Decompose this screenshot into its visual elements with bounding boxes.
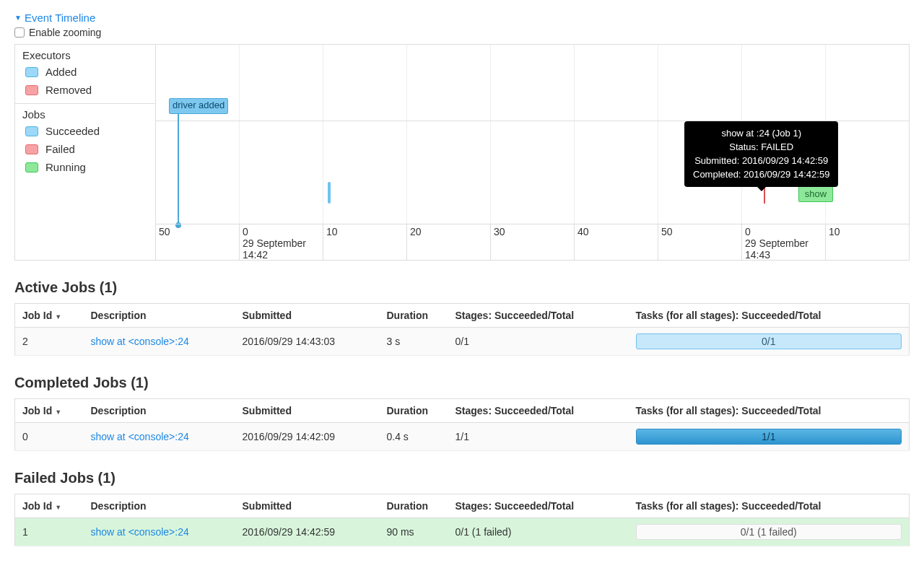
- cell-job-id: 0: [15, 423, 84, 451]
- task-progress: 0/1 (1 failed): [636, 524, 902, 540]
- timeline-axis: 50 029 September 14:42 10 20 30 40 50 02…: [156, 224, 909, 260]
- executor-tail: [178, 114, 179, 225]
- swatch-running-icon: [25, 162, 38, 172]
- th-stages[interactable]: Stages: Succeeded/Total: [448, 494, 629, 518]
- th-stages[interactable]: Stages: Succeeded/Total: [448, 399, 629, 423]
- legend-jobs: Jobs Succeeded Failed Running: [15, 103, 155, 260]
- executor-bar-driver-added[interactable]: driver added: [169, 98, 228, 114]
- th-description[interactable]: Description: [84, 304, 235, 328]
- tick-label: 30: [494, 226, 571, 237]
- legend-jobs-title: Jobs: [22, 108, 148, 121]
- job-tooltip: show at :24 (Job 1) Status: FAILED Submi…: [684, 121, 838, 187]
- tooltip-line1: show at :24 (Job 1): [693, 127, 829, 141]
- cell-duration: 90 ms: [380, 518, 448, 546]
- cell-submitted: 2016/09/29 14:42:09: [235, 423, 380, 451]
- th-submitted[interactable]: Submitted: [235, 304, 380, 328]
- tooltip-line4: Completed: 2016/09/29 14:42:59: [693, 168, 829, 182]
- caret-down-icon: ▼: [14, 14, 22, 22]
- th-tasks[interactable]: Tasks (for all stages): Succeeded/Total: [629, 304, 910, 328]
- job-description-link[interactable]: show at <console>:24: [91, 431, 189, 442]
- task-progress-label: 0/1: [762, 336, 775, 347]
- tick-label: 40: [578, 226, 655, 237]
- enable-zooming-row: Enable zooming: [14, 27, 910, 38]
- th-job-id[interactable]: Job Id▼: [15, 304, 84, 328]
- table-row: 0 show at <console>:24 2016/09/29 14:42:…: [15, 423, 910, 451]
- active-jobs-heading: Active Jobs (1): [14, 279, 910, 296]
- th-stages[interactable]: Stages: Succeeded/Total: [448, 304, 629, 328]
- legend-added-label: Added: [45, 66, 77, 78]
- event-timeline-label: Event Timeline: [25, 12, 95, 24]
- cell-stages: 0/1: [448, 328, 629, 356]
- cell-stages: 0/1 (1 failed): [448, 518, 629, 546]
- event-timeline-toggle[interactable]: ▼ Event Timeline: [14, 12, 910, 24]
- legend-removed: Removed: [22, 81, 148, 99]
- executor-bar-label: driver added: [173, 100, 225, 110]
- tick-label: 10: [829, 226, 906, 237]
- swatch-succeeded-icon: [25, 126, 38, 136]
- cell-tasks: 0/1: [629, 328, 910, 356]
- job-bar-succeeded[interactable]: [328, 182, 331, 204]
- legend-succeeded: Succeeded: [22, 122, 148, 140]
- tick-label: 50: [159, 226, 236, 237]
- table-row: 2 show at <console>:24 2016/09/29 14:43:…: [15, 328, 910, 356]
- cell-submitted: 2016/09/29 14:42:59: [235, 518, 380, 546]
- tick-label: 10: [326, 226, 404, 237]
- job-bar-running[interactable]: show: [798, 185, 833, 202]
- cell-duration: 3 s: [380, 328, 448, 356]
- th-tasks[interactable]: Tasks (for all stages): Succeeded/Total: [629, 399, 910, 423]
- tick-sublabel: 29 September 14:43: [745, 237, 822, 261]
- tick-sublabel: 29 September 14:42: [243, 237, 320, 261]
- completed-jobs-table: Job Id▼ Description Submitted Duration S…: [14, 398, 910, 451]
- th-submitted[interactable]: Submitted: [235, 399, 380, 423]
- tick-label: 0: [745, 226, 822, 237]
- swatch-failed-icon: [25, 144, 38, 154]
- swatch-removed-icon: [25, 85, 38, 95]
- cell-submitted: 2016/09/29 14:43:03: [235, 328, 380, 356]
- task-progress: 1/1: [636, 429, 902, 445]
- timeline-tracks[interactable]: driver added show show at :24 (Job 1) St…: [156, 45, 909, 260]
- legend-failed: Failed: [22, 140, 148, 158]
- th-submitted[interactable]: Submitted: [235, 494, 380, 518]
- failed-jobs-table: Job Id▼ Description Submitted Duration S…: [14, 494, 910, 546]
- cell-tasks: 1/1: [629, 423, 910, 451]
- cell-stages: 1/1: [448, 423, 629, 451]
- tick-label: 0: [243, 226, 320, 237]
- active-jobs-table: Job Id▼ Description Submitted Duration S…: [14, 303, 910, 356]
- enable-zooming-checkbox[interactable]: [14, 27, 25, 38]
- th-description[interactable]: Description: [84, 494, 235, 518]
- th-job-id[interactable]: Job Id▼: [15, 494, 84, 518]
- cell-job-id: 2: [15, 328, 84, 356]
- cell-tasks: 0/1 (1 failed): [629, 518, 910, 546]
- cell-duration: 0.4 s: [380, 423, 448, 451]
- enable-zooming-label: Enable zooming: [29, 27, 101, 38]
- tick-label: 20: [410, 226, 487, 237]
- legend-executors-title: Executors: [22, 49, 148, 61]
- job-description-link[interactable]: show at <console>:24: [91, 336, 189, 347]
- timeline-legend: Executors Added Removed Jobs Succeeded F…: [15, 45, 156, 260]
- th-job-id[interactable]: Job Id▼: [15, 399, 84, 423]
- sort-caret-icon: ▼: [55, 408, 61, 416]
- sort-caret-icon: ▼: [55, 313, 61, 320]
- failed-jobs-heading: Failed Jobs (1): [14, 470, 910, 486]
- task-progress-label: 1/1: [762, 431, 775, 442]
- tick-label: 50: [661, 226, 738, 237]
- legend-added: Added: [22, 63, 148, 81]
- table-row: 1 show at <console>:24 2016/09/29 14:42:…: [15, 518, 910, 546]
- th-duration[interactable]: Duration: [380, 304, 448, 328]
- legend-failed-label: Failed: [45, 143, 75, 155]
- th-duration[interactable]: Duration: [380, 494, 448, 518]
- th-duration[interactable]: Duration: [380, 399, 448, 423]
- job-bar-running-label: show: [805, 188, 827, 199]
- th-tasks[interactable]: Tasks (for all stages): Succeeded/Total: [629, 494, 910, 518]
- th-description[interactable]: Description: [84, 399, 235, 423]
- job-description-link[interactable]: show at <console>:24: [91, 526, 189, 538]
- legend-running-label: Running: [45, 161, 86, 173]
- legend-removed-label: Removed: [45, 84, 92, 96]
- task-progress: 0/1: [636, 333, 902, 349]
- legend-executors: Executors Added Removed: [15, 45, 155, 103]
- tooltip-line3: Submitted: 2016/09/29 14:42:59: [693, 154, 829, 168]
- cell-job-id: 1: [15, 518, 84, 546]
- tooltip-line2: Status: FAILED: [693, 141, 829, 154]
- swatch-added-icon: [25, 67, 38, 77]
- legend-running: Running: [22, 158, 148, 176]
